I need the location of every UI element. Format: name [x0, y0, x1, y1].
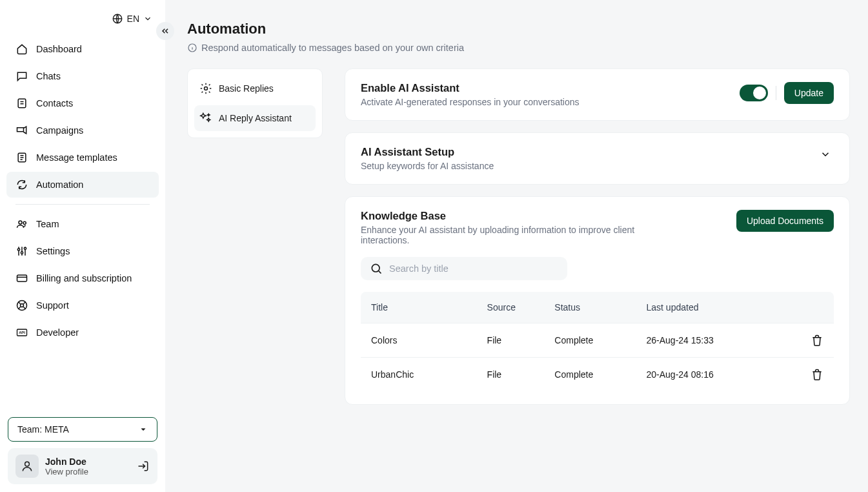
sidebar-item-label: Automation	[36, 179, 83, 190]
sidebar-footer: Team: META John Doe View profile	[5, 417, 160, 484]
sidebar-item-chats[interactable]: Chats	[6, 63, 159, 89]
expand-setup-button[interactable]	[817, 146, 834, 163]
sidebar-item-label: Support	[36, 300, 69, 311]
chevrons-left-icon	[160, 26, 170, 36]
language-selector[interactable]: EN	[5, 13, 160, 36]
card-subtitle: Activate AI-generated responses in your …	[361, 97, 580, 107]
contacts-icon	[15, 97, 28, 110]
svg-rect-1	[18, 99, 26, 107]
update-button[interactable]: Update	[784, 82, 834, 104]
gear-icon	[199, 82, 212, 95]
delete-row-button[interactable]	[811, 368, 823, 381]
sidebar-item-label: Chats	[36, 71, 61, 81]
svg-point-13	[25, 462, 30, 466]
profile-subtitle: View profile	[45, 467, 130, 477]
nav-divider	[15, 204, 150, 205]
kb-search-input[interactable]	[389, 263, 558, 274]
team-select-label: Team: META	[17, 424, 69, 435]
svg-point-5	[17, 249, 19, 251]
col-status: Status	[554, 302, 646, 313]
sidebar-item-team[interactable]: Team	[6, 211, 159, 237]
subnav-basic-replies[interactable]: Basic Replies	[194, 76, 316, 101]
support-icon	[15, 299, 28, 312]
card-subtitle: Enhance your AI assistant by uploading i…	[361, 225, 671, 245]
delete-row-button[interactable]	[811, 334, 823, 347]
caret-down-icon	[139, 425, 148, 434]
home-icon	[15, 43, 28, 56]
cell-status: Complete	[554, 335, 646, 345]
ai-sparkle-icon	[199, 112, 212, 125]
table-row: UrbanChic File Complete 20-Aug-24 08:16	[361, 357, 834, 391]
avatar	[15, 455, 39, 478]
team-icon	[15, 218, 28, 231]
cell-updated: 20-Aug-24 08:16	[647, 369, 791, 380]
profile-card[interactable]: John Doe View profile	[8, 448, 157, 484]
user-icon	[21, 460, 34, 473]
team-select[interactable]: Team: META	[8, 417, 157, 442]
cell-updated: 26-Aug-24 15:33	[647, 335, 791, 345]
knowledge-base-card: Knowledge Base Enhance your AI assistant…	[345, 196, 850, 405]
svg-point-15	[205, 87, 208, 90]
templates-icon	[15, 151, 28, 164]
subnav-ai-reply-assistant[interactable]: AI Reply Assistant	[194, 105, 316, 131]
cell-title: Colors	[371, 335, 487, 345]
table-row: Colors File Complete 26-Aug-24 15:33	[361, 323, 834, 357]
search-icon	[370, 262, 383, 275]
profile-name: John Doe	[45, 456, 130, 467]
billing-icon	[15, 272, 28, 285]
sidebar-item-developer[interactable]: API Developer	[6, 320, 159, 345]
svg-point-10	[21, 304, 24, 307]
sidebar: EN Dashboard Chats Contacts Campaigns Me…	[0, 0, 165, 492]
sidebar-item-contacts[interactable]: Contacts	[6, 90, 159, 116]
sidebar-item-support[interactable]: Support	[6, 292, 159, 318]
sidebar-item-label: Campaigns	[36, 125, 83, 136]
chat-icon	[15, 70, 28, 83]
automation-icon	[15, 178, 28, 191]
col-source: Source	[487, 302, 555, 313]
info-icon	[187, 43, 197, 53]
sidebar-item-campaigns[interactable]: Campaigns	[6, 118, 159, 143]
col-title: Title	[371, 302, 487, 313]
sidebar-item-dashboard[interactable]: Dashboard	[6, 36, 159, 62]
svg-point-7	[24, 247, 26, 249]
ai-setup-card: AI Assistant Setup Setup keywords for AI…	[345, 132, 850, 185]
card-subtitle: Setup keywords for AI assistance	[361, 161, 494, 171]
settings-icon	[15, 245, 28, 258]
svg-point-6	[21, 252, 23, 254]
col-updated: Last updated	[647, 302, 791, 313]
api-icon: API	[15, 326, 28, 339]
sidebar-item-label: Contacts	[36, 98, 73, 108]
vertical-divider	[776, 86, 776, 100]
campaigns-icon	[15, 124, 28, 137]
kb-table: Title Source Status Last updated Colors …	[361, 292, 834, 391]
cell-status: Complete	[554, 369, 646, 380]
chevron-down-icon	[143, 14, 152, 23]
card-title: AI Assistant Setup	[361, 146, 494, 158]
collapse-sidebar-button[interactable]	[156, 22, 174, 40]
main-content: Automation Respond automatically to mess…	[165, 0, 868, 492]
kb-search[interactable]	[361, 257, 567, 280]
automation-subnav: Basic Replies AI Reply Assistant	[187, 68, 323, 138]
card-title: Knowledge Base	[361, 210, 671, 222]
sidebar-item-billing[interactable]: Billing and subscription	[6, 265, 159, 291]
sidebar-item-automation[interactable]: Automation	[6, 172, 159, 198]
svg-text:API: API	[19, 331, 25, 334]
language-label: EN	[127, 14, 139, 24]
sidebar-item-label: Settings	[36, 246, 70, 256]
enable-ai-card: Enable AI Assistant Activate AI-generate…	[345, 68, 850, 121]
cell-source: File	[487, 369, 555, 380]
svg-rect-8	[17, 275, 27, 282]
svg-point-3	[19, 221, 22, 224]
enable-ai-toggle[interactable]	[740, 85, 768, 101]
svg-point-4	[23, 221, 26, 224]
page-subtitle: Respond automatically to messages based …	[187, 43, 850, 53]
sidebar-item-settings[interactable]: Settings	[6, 238, 159, 264]
sidebar-item-label: Developer	[36, 327, 79, 338]
logout-icon[interactable]	[137, 460, 150, 473]
table-header: Title Source Status Last updated	[361, 292, 834, 323]
main-nav: Dashboard Chats Contacts Campaigns Messa…	[5, 36, 160, 345]
upload-documents-button[interactable]: Upload Documents	[736, 210, 834, 232]
sidebar-item-message-templates[interactable]: Message templates	[6, 145, 159, 170]
sidebar-item-label: Dashboard	[36, 44, 82, 54]
sidebar-item-label: Team	[36, 219, 59, 229]
